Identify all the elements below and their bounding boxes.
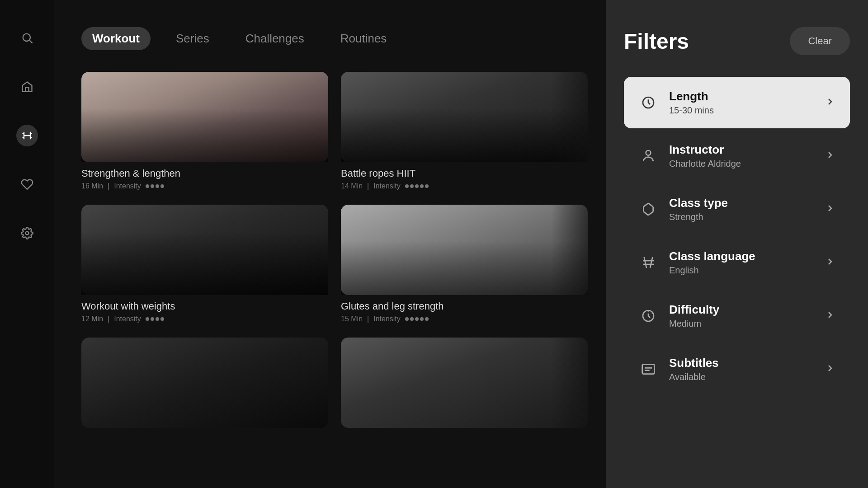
tab-routines[interactable]: Routines (330, 27, 398, 50)
filters-panel: Filters Clear Length 15-30 mins (606, 0, 868, 488)
filter-difficulty[interactable]: Difficulty Medium (624, 290, 850, 342)
filter-difficulty-label: Difficulty (669, 303, 814, 317)
workout-meta-0: 16 Min | Intensity (81, 182, 328, 190)
chevron-right-icon-difficulty (825, 310, 835, 322)
filter-class-language[interactable]: Class language English (624, 237, 850, 288)
tab-series[interactable]: Series (165, 27, 220, 50)
workout-card-2[interactable]: Workout with weights 12 Min | Intensity (81, 205, 328, 325)
workout-meta-2: 12 Min | Intensity (81, 315, 328, 323)
tab-workout[interactable]: Workout (81, 27, 151, 50)
workout-meta-3: 15 Min | Intensity (341, 315, 588, 323)
svg-point-5 (646, 150, 651, 155)
chevron-right-icon-class-type (825, 203, 835, 216)
filter-length-value: 15-30 mins (669, 105, 814, 116)
svg-line-6 (643, 203, 648, 207)
home-icon[interactable] (16, 76, 38, 98)
workout-title-1: Battle ropes HIIT (341, 168, 588, 179)
tab-bar: Workout Series Challenges Routines (81, 27, 588, 50)
workout-grid: Strengthen & lengthen 16 Min | Intensity (81, 72, 588, 428)
settings-icon[interactable] (16, 222, 38, 244)
chevron-right-icon-length (825, 96, 835, 109)
svg-line-14 (652, 313, 653, 313)
difficulty-icon (638, 306, 658, 326)
main-content: Workout Series Challenges Routines Stren… (54, 0, 606, 488)
chevron-right-icon-subtitles (825, 363, 835, 375)
search-icon[interactable] (16, 27, 38, 49)
filter-language-label: Class language (669, 249, 814, 263)
svg-rect-15 (642, 364, 655, 374)
sidebar (0, 0, 54, 488)
workout-meta-1: 14 Min | Intensity (341, 182, 588, 190)
clock-icon (638, 93, 658, 113)
filter-subtitles[interactable]: Subtitles Available (624, 343, 850, 395)
chevron-right-icon-instructor (825, 150, 835, 162)
svg-rect-2 (26, 87, 29, 91)
svg-line-7 (648, 203, 653, 207)
workout-title-3: Glutes and leg strength (341, 300, 588, 312)
filter-instructor[interactable]: Instructor Charlotte Aldridge (624, 130, 850, 182)
filter-class-type[interactable]: Class type Strength (624, 183, 850, 235)
workout-title-2: Workout with weights (81, 300, 328, 312)
workout-icon[interactable] (16, 125, 38, 146)
chevron-right-icon-language (825, 256, 835, 269)
svg-line-9 (648, 211, 653, 215)
workout-card-1[interactable]: Battle ropes HIIT 14 Min | Intensity (341, 72, 588, 192)
svg-point-0 (23, 34, 30, 41)
filter-instructor-label: Instructor (669, 143, 814, 157)
filter-length-label: Length (669, 89, 814, 103)
filter-length[interactable]: Length 15-30 mins (624, 77, 850, 128)
filter-language-value: English (669, 265, 814, 276)
svg-line-1 (29, 40, 32, 43)
filter-subtitles-value: Available (669, 372, 814, 382)
svg-point-3 (26, 232, 29, 235)
class-type-icon (638, 199, 658, 219)
person-icon (638, 146, 658, 166)
language-icon (638, 253, 658, 272)
subtitles-icon (638, 359, 658, 379)
svg-line-8 (643, 211, 648, 215)
workout-card-4[interactable] (81, 338, 328, 428)
clear-button[interactable]: Clear (790, 27, 850, 55)
tab-challenges[interactable]: Challenges (235, 27, 315, 50)
filter-subtitles-label: Subtitles (669, 356, 814, 370)
filter-class-type-value: Strength (669, 212, 814, 222)
workout-card-5[interactable] (341, 338, 588, 428)
filters-header: Filters Clear (624, 27, 850, 55)
filter-class-type-label: Class type (669, 196, 814, 210)
filters-title: Filters (624, 29, 689, 54)
heart-icon[interactable] (16, 174, 38, 195)
workout-title-0: Strengthen & lengthen (81, 168, 328, 179)
workout-card-0[interactable]: Strengthen & lengthen 16 Min | Intensity (81, 72, 328, 192)
filter-instructor-value: Charlotte Aldridge (669, 159, 814, 169)
filter-difficulty-value: Medium (669, 319, 814, 329)
workout-card-3[interactable]: Glutes and leg strength 15 Min | Intensi… (341, 205, 588, 325)
